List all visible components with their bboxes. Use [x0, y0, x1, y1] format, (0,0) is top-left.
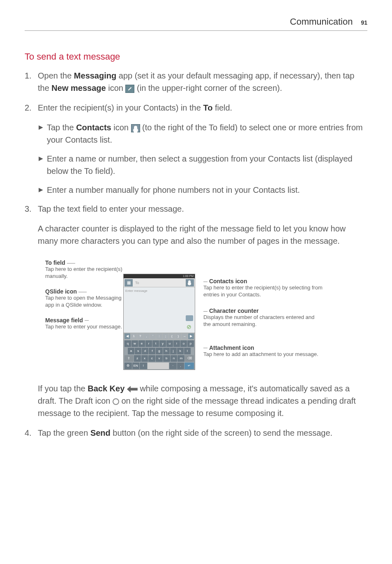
callout-to-field: To field Tap here to enter the recipient…: [45, 259, 123, 280]
key[interactable]: ): [175, 333, 181, 339]
bullet-marker: ▶: [39, 184, 47, 196]
to-field[interactable]: To: [134, 281, 185, 285]
back-key-icon: [127, 386, 138, 393]
key[interactable]: (: [169, 333, 175, 339]
step-2: 2. Enter the recipient(s) in your Contac…: [25, 102, 367, 114]
button-name: Send: [90, 428, 111, 437]
key[interactable]: b: [163, 355, 170, 362]
key[interactable]: l: [184, 348, 191, 354]
key[interactable]: e: [138, 340, 145, 347]
attachment-icon[interactable]: ⊘: [187, 324, 193, 330]
key[interactable]: v: [156, 355, 163, 362]
key[interactable]: a: [128, 348, 134, 354]
key[interactable]: ,: [143, 333, 149, 339]
callout-title: Character counter: [209, 307, 259, 314]
text: Tap the: [47, 123, 76, 132]
key[interactable]: j: [170, 348, 177, 354]
key[interactable]: :: [156, 333, 162, 339]
text: Open the: [38, 71, 74, 80]
key[interactable]: p: [187, 340, 194, 347]
key[interactable]: m: [178, 355, 184, 362]
message-field[interactable]: Enter message ⊘: [124, 287, 195, 333]
key[interactable]: z: [134, 355, 141, 362]
key[interactable]: ,: [177, 363, 184, 369]
key[interactable]: q: [125, 340, 131, 347]
key[interactable]: r: [145, 340, 152, 347]
callout-character-counter: Character counter Displays the number of…: [203, 307, 323, 328]
key[interactable]: o: [180, 340, 187, 347]
step-1: 1. Open the Messaging app (set it as you…: [25, 69, 367, 94]
key[interactable]: !: [140, 363, 147, 369]
callout-contacts-icon: Contacts icon Tap here to enter the reci…: [203, 278, 323, 298]
icon-name: Contacts: [76, 123, 111, 132]
text: icon: [111, 123, 131, 132]
bullet-3: ▶ Enter a number manually for phone numb…: [39, 184, 367, 196]
bullet-content: Enter a number manually for phone number…: [47, 184, 367, 196]
key[interactable]: g: [156, 348, 162, 354]
key[interactable]: ·: [169, 363, 177, 369]
key[interactable]: u: [166, 340, 173, 347]
shift-key[interactable]: ⇧: [125, 355, 134, 362]
key[interactable]: h: [163, 348, 170, 354]
step-3-para: A character counter is displayed to the …: [38, 222, 367, 247]
bullet-marker: ▶: [39, 153, 47, 177]
key[interactable]: c: [148, 355, 155, 362]
header-page-number: 91: [361, 19, 367, 26]
key[interactable]: ?: [137, 333, 143, 339]
settings-key[interactable]: ⚙: [125, 363, 132, 369]
to-field-row: ▦ To: [124, 278, 195, 287]
key[interactable]: d: [142, 348, 148, 354]
key[interactable]: w: [131, 340, 138, 347]
backspace-key[interactable]: ⌫: [185, 355, 194, 362]
callout-desc: Tap here to add an attachment to your me…: [203, 351, 323, 358]
step-content: Tap the green Send button (on the right …: [38, 427, 367, 439]
bullet-content: Tap the Contacts icon (to the right of t…: [47, 121, 367, 146]
key[interactable]: ◀: [125, 333, 130, 339]
key[interactable]: i: [173, 340, 180, 347]
number-row: ◀ 1 ? , ' : ; ( ) – ▶: [124, 333, 195, 340]
step-3: 3. Tap the text field to enter your mess…: [25, 203, 367, 215]
step-content: Tap the text field to enter your message…: [38, 203, 367, 215]
text: (in the upper-right corner of the screen…: [134, 83, 282, 92]
step-content: Enter the recipient(s) in your Contacts)…: [38, 102, 367, 114]
key[interactable]: k: [177, 348, 184, 354]
text: icon: [106, 83, 126, 92]
key[interactable]: ▶: [188, 333, 194, 339]
enter-key[interactable]: ↵: [184, 363, 194, 369]
key[interactable]: y: [159, 340, 166, 347]
callout-qslide: QSlide icon Tap here to open the Messagi…: [45, 288, 123, 309]
text: button (on the right side of the screen)…: [111, 428, 332, 437]
key[interactable]: s: [135, 348, 141, 354]
bullet-1: ▶ Tap the Contacts icon (to the right of…: [39, 121, 367, 146]
figure: To field Tap here to enter the recipient…: [45, 255, 367, 370]
lang-key[interactable]: EN: [132, 363, 140, 369]
key[interactable]: ': [150, 333, 156, 339]
key[interactable]: n: [171, 355, 178, 362]
left-callouts: To field Tap here to enter the recipient…: [45, 255, 123, 338]
step-content: Open the Messaging app (set it as your d…: [38, 69, 367, 94]
contacts-icon[interactable]: [186, 279, 194, 287]
draft-icon: [113, 398, 119, 405]
header-section: Communication: [290, 16, 353, 27]
status-bar: 1:00 PM: [124, 274, 195, 278]
key[interactable]: 1: [131, 333, 136, 339]
key[interactable]: t: [152, 340, 159, 347]
text: Enter the recipient(s) in your Contacts)…: [38, 103, 203, 112]
section-title: To send a text message: [25, 51, 367, 62]
step-number: 1.: [25, 69, 38, 94]
callout-message-field: Message field Tap here to enter your mes…: [45, 317, 123, 331]
bullet-marker: ▶: [39, 121, 47, 146]
qslide-icon[interactable]: ▦: [125, 279, 133, 287]
callout-desc: Tap here to enter the recipient(s) by se…: [203, 284, 323, 298]
text: field.: [212, 103, 232, 112]
space-key[interactable]: [148, 363, 169, 369]
key[interactable]: f: [149, 348, 155, 354]
step-number: 4.: [25, 427, 38, 439]
text: If you tap the: [38, 384, 88, 393]
right-callouts: Contacts icon Tap here to enter the reci…: [195, 255, 323, 367]
key[interactable]: –: [182, 333, 187, 339]
icon-name: New message: [51, 83, 106, 92]
callout-title: QSlide icon: [45, 288, 77, 295]
key[interactable]: x: [141, 355, 148, 362]
key[interactable]: ;: [163, 333, 168, 339]
